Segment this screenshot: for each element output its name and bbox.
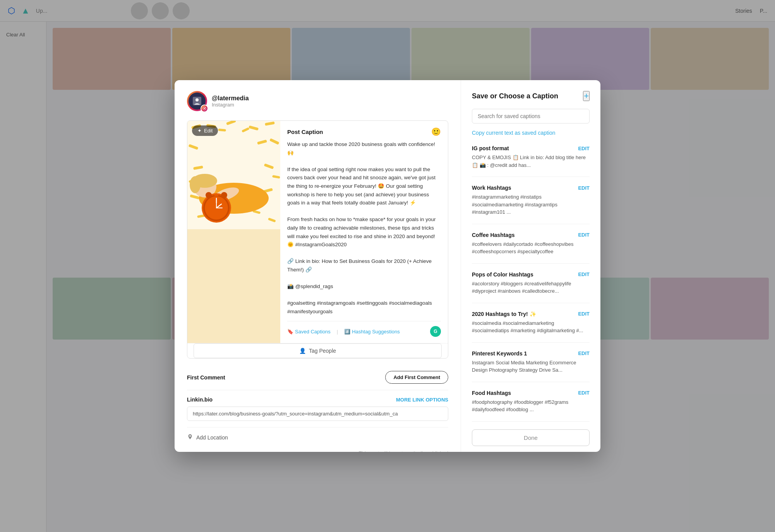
copy-current-caption-button[interactable]: Copy current text as saved caption [472,130,590,136]
caption-item-text-0[interactable]: COPY & EMOJIS 📋 Link in bio: Add blog ti… [472,154,590,169]
right-panel-header: Save or Choose a Caption + [472,91,590,101]
post-caption-area: Post Caption 🙂 Wake up and tackle those … [280,121,448,343]
post-area: ✦ Edit Post Caption 🙂 Wake up and tackle… [187,120,448,359]
caption-item-text-3[interactable]: #acolorstory #bloggers #creativelifehapp… [472,280,590,295]
caption-item-text-2[interactable]: #coffeelovers #dailycortado #coffeeshopv… [472,240,590,256]
modal-right-panel: Save or Choose a Caption + Copy current … [461,80,600,452]
account-platform: Instagram [212,102,249,108]
caption-item-text-1[interactable]: #instagrammarketing #instatips #socialme… [472,193,590,216]
account-handle: @latermedia [212,95,249,102]
caption-item-2020-hashtags: 2020 Hashtags to Try! ✨ EDIT #socialmedi… [472,311,590,343]
svg-rect-39 [214,194,218,196]
svg-point-38 [221,192,227,198]
caption-item-title: Work Hashtags [472,185,511,191]
first-comment-label: First Comment [187,374,225,381]
modal-account-header: @latermedia Instagram [187,91,448,111]
modal-account-info: @latermedia Instagram [212,95,249,108]
caption-item-title: IG post format [472,145,509,151]
caption-item-title: Coffee Hashtags [472,232,514,238]
right-panel-title: Save or Choose a Caption [472,92,558,100]
tag-person-icon: 👤 [299,348,306,354]
saved-captions-link[interactable]: 🔖 Saved Captions [287,329,331,335]
add-location-button[interactable]: Add Location [187,427,228,447]
svg-point-1 [195,98,199,101]
caption-search-input[interactable] [472,109,590,124]
caption-item-food-hashtags: Food Hashtags EDIT #foodphotography #foo… [472,390,590,422]
edit-icon: ✦ [197,128,202,134]
caption-item-header: IG post format EDIT [472,145,590,151]
first-comment-section: First Comment Add First Comment [187,365,448,390]
saved-captions-list: IG post format EDIT COPY & EMOJIS 📋 Link… [472,145,590,429]
caption-item-ig-post-format: IG post format EDIT COPY & EMOJIS 📋 Link… [472,145,590,177]
hashtag-suggestions-link[interactable]: #️⃣ Hashtag Suggestions [344,329,400,335]
caption-header: Post Caption 🙂 [287,127,441,136]
svg-point-37 [206,192,212,198]
avatar-container [187,91,207,111]
post-image-container: ✦ Edit [187,121,280,343]
location-icon [187,434,193,441]
caption-item-text-4[interactable]: #socialmedia #socialmediamarketing #soci… [472,319,590,335]
tag-people-section: 👤 Tag People [187,343,448,358]
auto-publish-note: This post will be automatically publishe… [187,447,448,452]
saved-captions-icon: 🔖 [287,329,293,335]
caption-item-header: Food Hashtags EDIT [472,390,590,396]
caption-item-title: Pops of Color Hashtags [472,271,533,278]
post-content: ✦ Edit Post Caption 🙂 Wake up and tackle… [187,121,448,343]
caption-item-header: Pops of Color Hashtags EDIT [472,271,590,278]
caption-item-edit-5[interactable]: EDIT [578,350,590,356]
caption-item-text-6[interactable]: #foodphotography #foodblogger #f52grams … [472,398,590,414]
add-location-label: Add Location [196,434,228,441]
hashtag-icon: #️⃣ [344,329,350,335]
caption-item-edit-0[interactable]: EDIT [578,146,590,151]
instagram-badge [201,105,208,112]
caption-item-edit-4[interactable]: EDIT [578,311,590,317]
caption-item-header: Pinterest Keywords 1 EDIT [472,350,590,357]
caption-footer: 🔖 Saved Captions | #️⃣ Hashtag Suggestio… [287,321,441,337]
svg-point-28 [190,176,201,193]
caption-item-header: Work Hashtags EDIT [472,185,590,191]
caption-item-work-hashtags: Work Hashtags EDIT #instagrammarketing #… [472,185,590,224]
footer-separator: | [337,329,338,335]
grammarly-button[interactable]: G [430,326,441,337]
add-caption-button[interactable]: + [583,91,590,101]
linkin-bio-label: Linkin.bio [187,396,213,403]
caption-item-edit-1[interactable]: EDIT [578,185,590,191]
caption-item-pinterest-keywords: Pinterest Keywords 1 EDIT Instagram Soci… [472,350,590,382]
tag-people-button[interactable]: 👤 Tag People [194,343,442,358]
emoji-picker-button[interactable]: 🙂 [431,127,441,136]
avatar-circle [187,91,207,111]
caption-item-title: Pinterest Keywords 1 [472,350,527,357]
edit-button-label: Edit [204,128,213,134]
caption-item-header: Coffee Hashtags EDIT [472,232,590,238]
caption-item-header: 2020 Hashtags to Try! ✨ EDIT [472,311,590,317]
edit-image-button[interactable]: ✦ Edit [192,125,218,136]
svg-point-4 [205,107,206,108]
post-modal: @latermedia Instagram [175,80,600,452]
modal-overlay: @latermedia Instagram [0,0,775,532]
add-first-comment-button[interactable]: Add First Comment [385,371,448,384]
caption-title: Post Caption [287,129,323,135]
caption-item-title: Food Hashtags [472,390,511,396]
done-button[interactable]: Done [472,429,590,446]
linkin-bio-header: Linkin.bio MORE LINK OPTIONS [187,396,448,403]
caption-item-edit-6[interactable]: EDIT [578,390,590,396]
post-image [187,121,280,229]
caption-item-text-5[interactable]: Instagram Social Media Marketing Ecommer… [472,359,590,374]
linkin-bio-section: Linkin.bio MORE LINK OPTIONS [187,390,448,427]
modal-left-panel: @latermedia Instagram [175,80,461,452]
caption-item-pops-of-color: Pops of Color Hashtags EDIT #acolorstory… [472,271,590,303]
caption-item-coffee-hashtags: Coffee Hashtags EDIT #coffeelovers #dail… [472,232,590,264]
linkin-bio-url-input[interactable] [187,407,448,421]
caption-item-edit-2[interactable]: EDIT [578,232,590,238]
caption-item-title: 2020 Hashtags to Try! ✨ [472,311,536,317]
caption-text[interactable]: Wake up and tackle those 2020 business g… [287,140,441,316]
svg-point-3 [204,108,205,109]
caption-item-edit-3[interactable]: EDIT [578,271,590,277]
more-link-options-link[interactable]: MORE LINK OPTIONS [396,397,448,403]
